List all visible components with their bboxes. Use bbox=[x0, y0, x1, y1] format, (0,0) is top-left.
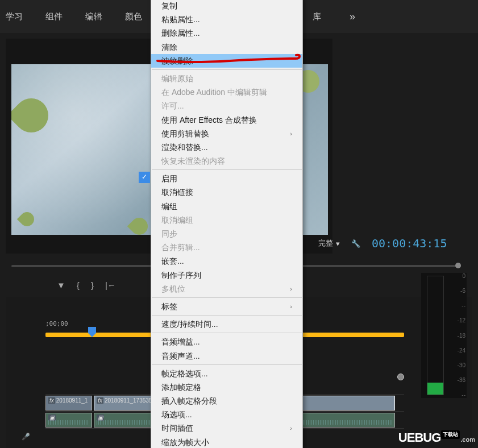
tab-edit[interactable]: 编辑 bbox=[85, 11, 102, 22]
submenu-arrow-icon: › bbox=[290, 130, 292, 138]
menu-item[interactable]: 渲染和替换... bbox=[151, 140, 302, 154]
meter-tick: 0 bbox=[454, 273, 465, 279]
menu-item[interactable]: 复制 bbox=[151, 0, 302, 13]
scrub-handle[interactable] bbox=[455, 263, 461, 268]
menu-item[interactable]: 插入帧定格分段 bbox=[151, 394, 302, 408]
menu-item-label: 多机位 bbox=[161, 284, 185, 294]
meter-tick: -12 bbox=[454, 317, 465, 323]
menu-item-label: 添加帧定格 bbox=[161, 382, 201, 392]
meter-tick: -30 bbox=[454, 362, 465, 368]
audio-clip[interactable]: ▣ bbox=[45, 413, 92, 428]
menu-separator bbox=[152, 315, 302, 316]
mark-in-icon[interactable]: { bbox=[77, 280, 80, 290]
settings-wrench-icon[interactable]: 🔧 bbox=[351, 239, 360, 248]
check-icon: ✓ bbox=[139, 172, 150, 183]
meter-bars bbox=[427, 276, 444, 395]
menu-item-label: 渲染和替换... bbox=[161, 142, 208, 152]
video-content-leaf bbox=[11, 92, 55, 140]
watermark-ue: UE bbox=[398, 430, 415, 445]
meter-tick: -- bbox=[454, 392, 465, 398]
menu-item: 取消编组 bbox=[151, 213, 302, 227]
tab-library[interactable]: 库 bbox=[313, 11, 321, 22]
audio-meter: 0 -6 -- -12 -18 -24 -30 -36 -- bbox=[421, 273, 467, 398]
menu-item[interactable]: 制作子序列 bbox=[151, 268, 302, 282]
clip-context-menu: 复制粘贴属性...删除属性...清除波纹删除编辑原始在 Adobe Auditi… bbox=[151, 0, 303, 448]
menu-separator bbox=[152, 169, 302, 170]
menu-item-label: 许可... bbox=[161, 101, 184, 111]
program-monitor-footer: 完整 ▾ 🔧 00:00:43:15 bbox=[318, 237, 447, 250]
menu-item: 多机位› bbox=[151, 282, 302, 296]
step-back-icon[interactable]: |← bbox=[105, 280, 116, 290]
video-clip[interactable]: fx20180911_1 bbox=[45, 396, 92, 410]
meter-tick: -24 bbox=[454, 347, 465, 354]
ruler-tick: ;00;00 bbox=[45, 320, 68, 327]
menu-item[interactable]: 编组 bbox=[151, 200, 302, 213]
submenu-arrow-icon: › bbox=[290, 424, 292, 432]
menu-item-label: 启用 bbox=[161, 173, 177, 184]
menu-item[interactable]: 场选项... bbox=[151, 408, 302, 421]
menu-item-label: 删除属性... bbox=[161, 28, 200, 38]
voiceover-mic-icon[interactable]: 🎤 bbox=[11, 428, 40, 445]
menu-item[interactable]: 使用 After Effects 合成替换 bbox=[151, 113, 302, 127]
meter-tick: -6 bbox=[454, 288, 465, 294]
fx-badge-icon: fx bbox=[97, 397, 103, 404]
menu-item: 许可... bbox=[151, 99, 302, 113]
tab-color[interactable]: 颜色 bbox=[125, 11, 142, 22]
clip-label: 20180911_173535. bbox=[105, 397, 153, 404]
menu-item[interactable]: 添加帧定格 bbox=[151, 380, 302, 394]
meter-tick: -36 bbox=[454, 377, 465, 383]
menu-item[interactable]: 帧定格选项... bbox=[151, 367, 302, 380]
menu-item: 编辑原始 bbox=[151, 72, 302, 85]
menu-item[interactable]: 标签› bbox=[151, 300, 302, 313]
tab-learn[interactable]: 学习 bbox=[6, 11, 23, 22]
menu-item[interactable]: 缩放为帧大小 bbox=[151, 435, 302, 448]
menu-item-label: 复制 bbox=[161, 1, 177, 11]
menu-item-label: 同步 bbox=[161, 229, 177, 239]
fit-dropdown[interactable]: 完整 ▾ bbox=[318, 238, 340, 248]
menu-item[interactable]: 启用✓ bbox=[151, 172, 302, 185]
menu-item-label: 粘贴属性... bbox=[161, 14, 200, 24]
menu-item[interactable]: 音频声道... bbox=[151, 349, 302, 363]
menu-item-label: 使用剪辑替换 bbox=[161, 128, 209, 139]
menu-item-label: 恢复未渲染的内容 bbox=[161, 156, 225, 166]
menu-item[interactable]: 波纹删除 bbox=[151, 54, 302, 68]
menu-item-label: 制作子序列 bbox=[161, 270, 201, 280]
menu-item-label: 音频增益... bbox=[161, 337, 200, 347]
menu-item[interactable]: 音频增益... bbox=[151, 335, 302, 349]
clip-label: 20180911_1 bbox=[56, 397, 88, 404]
fx-badge-icon: fx bbox=[48, 397, 55, 404]
tab-components[interactable]: 组件 bbox=[45, 11, 63, 22]
menu-separator bbox=[152, 297, 302, 298]
menu-item[interactable]: 使用剪辑替换› bbox=[151, 127, 302, 140]
track-headers: 🎤 🎤 bbox=[11, 394, 40, 448]
meter-scale: 0 -6 -- -12 -18 -24 -30 -36 -- bbox=[454, 273, 465, 398]
menu-item[interactable]: 粘贴属性... bbox=[151, 13, 302, 26]
menu-item-label: 取消编组 bbox=[161, 215, 193, 225]
menu-item: 在 Adobe Audition 中编辑剪辑 bbox=[151, 85, 302, 99]
mark-out-icon[interactable]: } bbox=[91, 280, 94, 290]
meter-tick: -18 bbox=[454, 333, 465, 339]
add-marker-icon[interactable]: ▼ bbox=[57, 280, 65, 290]
menu-item[interactable]: 清除 bbox=[151, 40, 302, 54]
work-area-end-handle[interactable] bbox=[397, 374, 404, 380]
menu-item-label: 插入帧定格分段 bbox=[161, 396, 217, 406]
voiceover-mic-icon[interactable]: 🎤 bbox=[11, 445, 40, 448]
menu-item-label: 速度/持续时间... bbox=[161, 319, 218, 329]
menu-item[interactable]: 速度/持续时间... bbox=[151, 317, 302, 331]
menu-item-label: 缩放为帧大小 bbox=[161, 437, 209, 447]
menu-separator bbox=[152, 364, 302, 365]
tab-overflow-icon[interactable]: » bbox=[350, 11, 355, 23]
menu-item[interactable]: 删除属性... bbox=[151, 26, 302, 40]
menu-item: 同步 bbox=[151, 227, 302, 240]
menu-item-label: 帧定格选项... bbox=[161, 368, 208, 379]
menu-separator bbox=[152, 333, 302, 333]
menu-item-label: 使用 After Effects 合成替换 bbox=[161, 115, 257, 125]
program-timecode[interactable]: 00:00:43:15 bbox=[372, 237, 447, 250]
menu-item-label: 波纹删除 bbox=[161, 56, 193, 66]
menu-item[interactable]: 取消链接 bbox=[151, 185, 302, 199]
submenu-arrow-icon: › bbox=[290, 285, 292, 293]
chevron-down-icon: ▾ bbox=[336, 239, 340, 248]
menu-item[interactable]: 嵌套... bbox=[151, 254, 302, 268]
menu-item-label: 编辑原始 bbox=[161, 73, 193, 84]
menu-item[interactable]: 时间插值› bbox=[151, 421, 302, 435]
